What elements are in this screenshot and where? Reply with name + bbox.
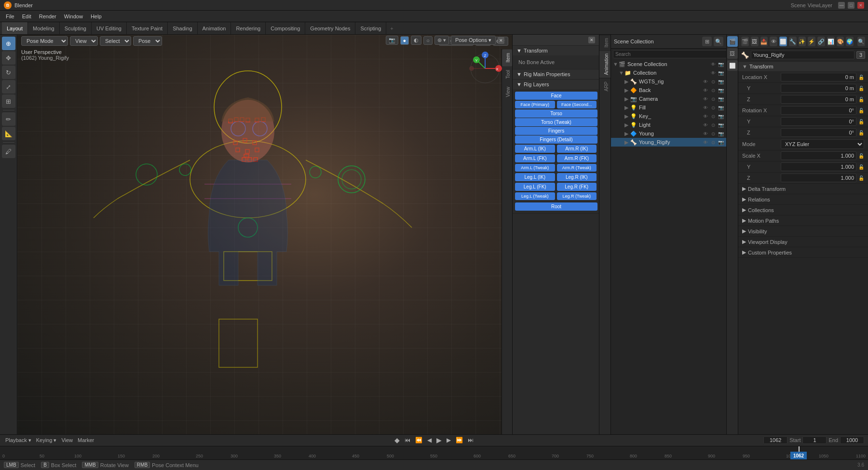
props-btn-particles[interactable]: ✨ (799, 37, 806, 46)
menu-edit[interactable]: Edit (18, 13, 35, 20)
props-btn-world[interactable]: 🌍 (846, 37, 854, 46)
tl-mode-selector[interactable]: Playback ▾ (4, 437, 33, 443)
props-btn-material[interactable]: 🎨 (837, 37, 844, 46)
current-frame-input[interactable] (763, 436, 787, 444)
outliner-item-key[interactable]: ▶ 💡 Key_ 👁 ⊙ 📷 (611, 112, 726, 121)
camera-render[interactable]: 📷 (718, 96, 724, 102)
outliner-item-wgts-rig[interactable]: ▶ 🦴 WGTS_rig 👁 ⊙ 📷 (611, 77, 726, 86)
tab-compositing[interactable]: Compositing (266, 22, 305, 34)
tab-uv-editing[interactable]: UV Editing (92, 22, 127, 34)
rig-btn-leg-r-fk[interactable]: Leg.R (FK) (557, 183, 597, 191)
rotation-x-lock[interactable]: 🔓 (858, 108, 864, 113)
arp-tab-arp[interactable]: ARP (599, 78, 610, 94)
viewport-camera-btn[interactable]: 📷 (386, 36, 398, 45)
location-x-input[interactable] (781, 73, 856, 81)
rig-btn-leg-l-fk[interactable]: Leg.L (FK) (515, 183, 555, 191)
rotation-z-input[interactable] (781, 128, 856, 137)
back-sel[interactable]: ⊙ (710, 88, 717, 93)
tool-measure[interactable]: 📐 (2, 127, 15, 140)
youngr-expand[interactable]: ▶ (624, 139, 630, 146)
collections-header[interactable]: ▶ Collections (738, 205, 868, 215)
rig-btn-root[interactable]: Root (515, 202, 597, 211)
transform-props-header[interactable]: ▼ Transform (738, 62, 868, 72)
tab-scripting[interactable]: Scripting (355, 22, 386, 34)
outliner-search-btn[interactable]: 🔍 (714, 37, 723, 46)
fill-sel[interactable]: ⊙ (710, 105, 717, 110)
tab-add[interactable]: + (386, 22, 397, 34)
rotation-x-input[interactable] (781, 106, 856, 115)
wgts-vis[interactable]: 👁 (702, 79, 709, 84)
viewport-select-select[interactable]: Select (100, 36, 131, 46)
scene-collection-vis[interactable]: 👁 (710, 62, 717, 67)
props-btn-data[interactable]: 📊 (827, 37, 835, 46)
scene-collection-expand[interactable]: ▼ (613, 61, 619, 67)
outliner-item-young-rigify[interactable]: ▶ 🦴 Young_Rigify 👁 ⊙ 📷 (611, 138, 726, 147)
key-render[interactable]: 📷 (718, 114, 724, 119)
light-sel[interactable]: ⊙ (710, 122, 717, 128)
tl-prev-frame[interactable]: ◀ (426, 437, 433, 443)
tl-next-keyframe[interactable]: ⏩ (454, 437, 464, 443)
rig-btn-leg-r-tweak[interactable]: Leg.R (Tweak) (557, 192, 597, 200)
tl-view[interactable]: View (60, 437, 74, 443)
wgts-expand[interactable]: ▶ (624, 79, 630, 85)
location-z-lock[interactable]: 🔓 (858, 97, 864, 102)
rig-btn-leg-l-tweak[interactable]: Leg.L (Tweak) (515, 192, 555, 200)
rvtab-scene[interactable]: 🎬 (727, 36, 738, 47)
youngr-vis[interactable]: 👁 (702, 140, 709, 145)
props-btn-scene[interactable]: 🎬 (741, 37, 749, 46)
rig-btn-torso-tweak[interactable]: Torso (Tweak) (515, 118, 597, 126)
custom-properties-header[interactable]: ▶ Custom Properties (738, 247, 868, 257)
scene-collection-render[interactable]: 📷 (718, 62, 724, 67)
key-vis[interactable]: 👁 (702, 114, 709, 119)
young-render[interactable]: 📷 (718, 131, 724, 136)
outliner-item-back[interactable]: ▶ 🔶 Back 👁 ⊙ 📷 (611, 86, 726, 94)
outliner-item-light[interactable]: ▶ 💡 Light 👁 ⊙ 📷 (611, 121, 726, 129)
rotation-mode-select[interactable]: XYZ Euler XZY Euler Quaternion (781, 139, 864, 149)
tl-jump-end[interactable]: ⏭ (466, 437, 475, 443)
scale-y-lock[interactable]: 🔓 (858, 164, 864, 170)
menu-file[interactable]: File (2, 13, 18, 20)
menu-render[interactable]: Render (35, 13, 60, 20)
tl-keying[interactable]: Keying ▾ (35, 437, 58, 443)
tab-layout[interactable]: Layout (2, 22, 28, 34)
rig-btn-arm-l-fk[interactable]: Arm.L (FK) (515, 154, 555, 162)
props-btn-modifier[interactable]: 🔧 (789, 37, 797, 46)
collection-vis[interactable]: 👁 (710, 70, 717, 76)
location-x-lock[interactable]: 🔓 (858, 75, 864, 80)
fill-expand[interactable]: ▶ (624, 105, 630, 111)
camera-vis[interactable]: 👁 (702, 96, 709, 102)
key-expand[interactable]: ▶ (624, 113, 630, 120)
young-vis[interactable]: 👁 (702, 131, 709, 136)
rig-btn-face-primary[interactable]: Face (Primary) (515, 101, 555, 108)
rotation-y-lock[interactable]: 🔓 (858, 119, 864, 124)
rig-main-props-header[interactable]: ▼ Rig Main Properties (513, 69, 599, 79)
fill-vis[interactable]: 👁 (702, 105, 709, 110)
outliner-item-young[interactable]: ▶ 🔷 Young 👁 ⊙ 📷 (611, 129, 726, 138)
collection-expand[interactable]: ▼ (619, 70, 624, 76)
camera-expand[interactable]: ▶ (624, 96, 630, 102)
tab-shading[interactable]: Shading (168, 22, 197, 34)
collection-render[interactable]: 📷 (718, 70, 724, 76)
rig-btn-arm-l-tweak[interactable]: Arm.L (Tweak) (515, 164, 555, 172)
tool-grease[interactable]: 🖊 (2, 145, 15, 158)
scale-z-input[interactable] (781, 174, 856, 182)
young-expand[interactable]: ▶ (624, 131, 630, 137)
tab-sculpting[interactable]: Sculpting (60, 22, 92, 34)
tool-annotate[interactable]: ✏ (2, 112, 15, 126)
rig-btn-leg-r-ik[interactable]: Leg.R (IK) (557, 173, 597, 181)
viewport-shading-rendered[interactable]: ○ (423, 36, 433, 45)
outliner-item-collection[interactable]: ▼ 📁 Collection 👁 📷 (611, 68, 726, 77)
tab-texture-paint[interactable]: Texture Paint (127, 22, 168, 34)
tab-modeling[interactable]: Modeling (28, 22, 60, 34)
outliner-filter-btn[interactable]: ⊞ (702, 37, 712, 46)
scale-z-lock[interactable]: 🔓 (858, 175, 864, 181)
maximize-btn[interactable]: □ (848, 2, 854, 9)
viewport-pose-select[interactable]: Pose (133, 36, 162, 46)
outliner-item-scene-collection[interactable]: ▼ 🎬 Scene Collection 👁 📷 (611, 60, 726, 68)
motion-paths-header[interactable]: ▶ Motion Paths (738, 215, 868, 226)
start-frame-input[interactable] (802, 436, 827, 444)
menu-help[interactable]: Help (87, 13, 106, 20)
rig-btn-fingers-detail[interactable]: Fingers (Detail) (515, 135, 597, 144)
transform-section-header[interactable]: ▼ Transform (513, 46, 599, 55)
props-btn-render[interactable]: 🖼 (751, 37, 759, 46)
